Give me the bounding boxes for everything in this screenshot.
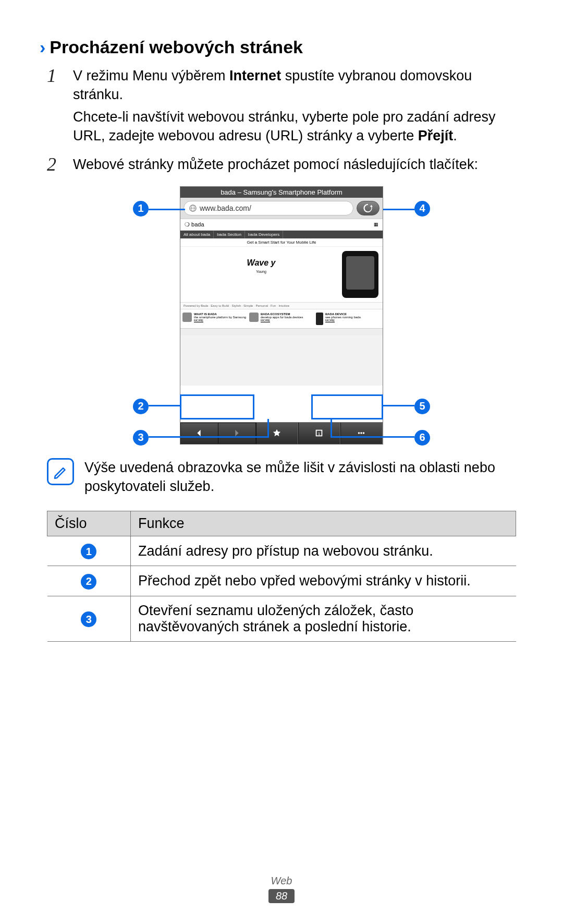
function-table: Číslo Funkce 1 Zadání adresy pro přístup… bbox=[47, 511, 516, 642]
manual-page: › Procházení webových stránek 1 V režimu… bbox=[0, 0, 563, 924]
page-title-bar: bada – Samsung's Smartphone Platform bbox=[180, 187, 383, 198]
callout-lead bbox=[149, 436, 268, 438]
row-badge: 2 bbox=[81, 574, 96, 590]
step-1: 1 V režimu Menu výběrem Internet spustít… bbox=[47, 66, 516, 149]
webpage-content[interactable]: ❍ bada ▦ All about badabada Sectionbada … bbox=[180, 219, 383, 386]
more-button[interactable] bbox=[340, 423, 383, 444]
blank-area bbox=[180, 386, 383, 422]
footer-section: Web bbox=[0, 875, 563, 887]
step-body: Webové stránky můžete procházet pomocí n… bbox=[73, 155, 516, 177]
back-button[interactable] bbox=[181, 423, 218, 443]
pencil-icon bbox=[52, 463, 69, 481]
note-icon bbox=[47, 458, 74, 485]
callout-lead bbox=[149, 209, 185, 210]
step-body: V režimu Menu výběrem Internet spustíte … bbox=[73, 66, 516, 149]
svg-point-6 bbox=[361, 433, 363, 435]
site-header: ❍ bada ▦ bbox=[180, 219, 383, 231]
svg-text:1: 1 bbox=[318, 431, 321, 436]
globe-icon bbox=[189, 205, 197, 212]
windows-button[interactable]: 1 bbox=[298, 423, 340, 444]
callout-lead bbox=[383, 405, 414, 406]
row-text: Zadání adresy pro přístup na webovou str… bbox=[131, 536, 516, 566]
step-2: 2 Webové stránky můžete procházet pomocí… bbox=[47, 155, 516, 177]
section-heading-row: › Procházení webových stránek bbox=[40, 37, 516, 58]
callout-3: 3 bbox=[133, 430, 149, 446]
browser-toolbar: 1 bbox=[180, 422, 383, 444]
chevron-icon: › bbox=[40, 38, 45, 56]
table-header-row: Číslo Funkce bbox=[47, 511, 516, 536]
th-function: Funkce bbox=[131, 511, 516, 536]
step-number: 1 bbox=[47, 66, 73, 149]
star-icon bbox=[272, 428, 282, 438]
windows-icon: 1 bbox=[314, 428, 324, 438]
svg-point-5 bbox=[358, 433, 360, 435]
table-row: 2 Přechod zpět nebo vpřed webovými strán… bbox=[47, 566, 516, 596]
table-row: 3 Otevření seznamu uložených záložek, ča… bbox=[47, 596, 516, 641]
forward-button[interactable] bbox=[218, 423, 255, 443]
step-text: V režimu Menu výběrem Internet spustíte … bbox=[73, 66, 516, 104]
table-row: 1 Zadání adresy pro přístup na webovou s… bbox=[47, 536, 516, 566]
bookmarks-button[interactable] bbox=[256, 423, 298, 444]
hero-section: Wave y Young bbox=[180, 247, 383, 302]
callout-6: 6 bbox=[414, 430, 430, 446]
row-badge: 3 bbox=[81, 611, 96, 627]
url-text: www.bada.com/ bbox=[200, 204, 251, 212]
url-input[interactable]: www.bada.com/ bbox=[183, 201, 353, 215]
section-heading: Procházení webových stránek bbox=[50, 37, 303, 58]
row-text: Otevření seznamu uložených záložek, čast… bbox=[131, 596, 516, 641]
callout-lead bbox=[149, 405, 180, 406]
feature-grid: WHAT IS BADAthe smartphone platform by S… bbox=[180, 309, 383, 328]
browser-figure: bada – Samsung's Smartphone Platform www… bbox=[133, 186, 430, 445]
callout-5: 5 bbox=[414, 399, 430, 414]
note-row: Výše uvedená obrazovka se může lišit v z… bbox=[47, 458, 516, 496]
url-bar-row: www.bada.com/ bbox=[180, 198, 383, 219]
svg-point-7 bbox=[363, 433, 365, 435]
page-footer: Web 88 bbox=[0, 875, 563, 903]
step-text: Chcete-li navštívit webovou stránku, vyb… bbox=[73, 107, 516, 146]
callout-lead bbox=[331, 436, 414, 438]
callout-lead bbox=[383, 209, 414, 210]
callout-lead-vert bbox=[331, 419, 332, 438]
note-text: Výše uvedená obrazovka se může lišit v z… bbox=[84, 458, 516, 496]
reload-icon bbox=[363, 203, 373, 213]
callout-1: 1 bbox=[133, 201, 149, 217]
step-text: Webové stránky můžete procházet pomocí n… bbox=[73, 155, 516, 174]
hero-phone-image bbox=[342, 251, 378, 298]
wave-logo: Wave y bbox=[185, 258, 338, 268]
nav-group bbox=[180, 423, 256, 444]
row-text: Přechod zpět nebo vpřed webovými stránky… bbox=[131, 566, 516, 596]
th-number: Číslo bbox=[47, 511, 131, 536]
callout-4: 4 bbox=[414, 201, 430, 217]
row-badge: 1 bbox=[81, 544, 96, 559]
dev-icon: ▦ bbox=[374, 222, 378, 227]
site-nav: All about badabada Sectionbada Developer… bbox=[180, 231, 383, 238]
step-number: 2 bbox=[47, 155, 73, 177]
footer-page-number: 88 bbox=[268, 889, 295, 903]
hero-tagline: Get a Smart Start for Your Mobile Life bbox=[180, 238, 383, 247]
site-footer bbox=[180, 328, 383, 335]
phone-mockup: bada – Samsung's Smartphone Platform www… bbox=[180, 186, 383, 445]
reload-button[interactable] bbox=[357, 201, 380, 215]
callout-2: 2 bbox=[133, 399, 149, 414]
callout-lead-vert bbox=[267, 419, 269, 438]
